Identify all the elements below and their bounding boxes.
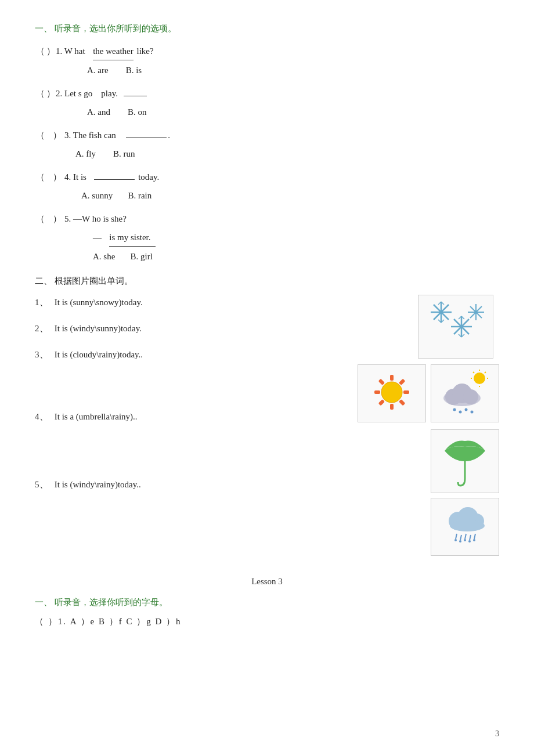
svg-point-58	[473, 539, 475, 541]
q4-num: 4. It is	[62, 168, 91, 186]
question-3: （ ） 3. The fish can . A. fly B. run	[35, 126, 499, 162]
q2-options: A. and B. on	[87, 103, 499, 121]
cloud-rain-icon	[436, 368, 494, 419]
q5-num: 5. —W ho is she?	[62, 210, 127, 227]
svg-point-39	[463, 389, 478, 404]
q2-underline	[124, 96, 147, 96]
q3-optA: A. fly	[75, 149, 96, 158]
item2-text: It is (windy\sunny)today.	[55, 324, 142, 333]
q5-optB: B. girl	[131, 252, 153, 261]
svg-line-51	[465, 534, 466, 539]
q5-sub-underline: is my sister.	[109, 229, 156, 247]
q3-num: 3. The fish can	[62, 126, 122, 144]
svg-point-42	[465, 408, 468, 411]
sun-image	[358, 364, 426, 422]
q1-underline: the weather	[93, 42, 134, 60]
q3-dot: .	[168, 126, 170, 144]
q2-num: 2. Let s go play.	[56, 85, 120, 102]
item4-text: It is a (umbrella\rainy)..	[55, 412, 138, 421]
svg-point-55	[459, 540, 461, 542]
q4-bracket: （	[35, 168, 45, 186]
question-5: （ ） 5. —W ho is she? — is my sister. A. …	[35, 210, 499, 265]
section2-item1: 1、 It is (sunny\snowy)today.	[35, 295, 348, 310]
umbrella-row	[431, 432, 499, 493]
q1-rest: like?	[135, 42, 154, 60]
item2-num: 2、	[35, 324, 48, 333]
q2-bracket-close: ）	[45, 85, 56, 102]
section2-item3: 3、 It is (cloudy\rainy)today..	[35, 347, 348, 363]
item1-num: 1、	[35, 298, 48, 307]
rain-cloud-icon	[436, 501, 494, 552]
q4-options: A. sunny B. rain	[81, 187, 499, 204]
q4-underline	[94, 179, 135, 180]
sun-icon	[363, 368, 421, 419]
section2: 二、 根据图片圈出单词。 1、 It is (sunny\snowy)today…	[35, 276, 499, 559]
q5-options: A. she B. girl	[93, 248, 499, 265]
svg-line-53	[474, 534, 475, 539]
question-4: （ ） 4. It is today. A. sunny B. rain	[35, 168, 499, 204]
svg-rect-27	[378, 379, 385, 385]
q5-optA: A. she	[93, 252, 115, 261]
svg-point-29	[474, 372, 485, 384]
section3: 一、 听录音，选择你听到的字母。 （ ）1. A ）e B ）f C ）g D …	[35, 597, 499, 627]
svg-rect-26	[378, 399, 385, 406]
item5-text: It is (windy\rainy)today..	[55, 480, 141, 489]
page-number: 3	[495, 729, 499, 739]
lesson3-divider: Lesson 3	[35, 577, 499, 587]
section2-item5: 5、 It is (windy\rainy)today..	[35, 477, 348, 493]
section2-title: 二、 根据图片圈出单词。	[35, 276, 499, 287]
q3-optB: B. run	[113, 149, 135, 158]
item5-num: 5、	[35, 480, 48, 489]
svg-point-43	[471, 411, 474, 414]
svg-point-40	[453, 408, 456, 411]
svg-rect-28	[399, 399, 405, 406]
svg-point-48	[450, 520, 485, 531]
q5-bracket-close: ）	[52, 210, 62, 227]
svg-line-50	[460, 535, 461, 540]
q2-bracket: （	[35, 85, 45, 102]
section2-item2: 2、 It is (windy\sunny)today.	[35, 321, 348, 337]
q1-bracket: （	[35, 42, 45, 60]
item3-num: 3、	[35, 350, 48, 359]
section3-question: （ ）1. A ）e B ）f C ）g D ）h	[35, 616, 499, 627]
q4-optA: A. sunny	[81, 191, 113, 200]
svg-line-35	[485, 372, 486, 373]
section2-left: 1、 It is (sunny\snowy)today. 2、 It is (w…	[35, 295, 348, 503]
svg-line-49	[456, 534, 457, 539]
item3-text: It is (cloudy\rainy)today..	[55, 350, 143, 359]
section2-item4: 4、 It is a (umbrella\rainy)..	[35, 409, 348, 425]
svg-line-34	[473, 372, 474, 373]
cloud-rain-image	[431, 364, 499, 422]
section3-title: 一、 听录音，选择你听到的字母。	[35, 597, 499, 608]
q3-options: A. fly B. run	[75, 145, 499, 162]
q3-underline	[126, 138, 167, 138]
umbrella-image	[431, 429, 499, 493]
q5-dash: —	[93, 233, 106, 243]
umbrella-icon	[436, 432, 494, 490]
svg-rect-22	[390, 404, 394, 410]
svg-point-56	[464, 539, 466, 541]
item4-num: 4、	[35, 412, 48, 421]
q3-bracket: （	[35, 126, 45, 144]
q1-num: 1. W hat	[56, 42, 89, 60]
question-1: （ ） 1. W hat the weather like? A. are B.…	[35, 42, 499, 79]
q1-optB: B. is	[126, 66, 142, 75]
svg-point-57	[468, 540, 471, 542]
section2-content: 1、 It is (sunny\snowy)today. 2、 It is (w…	[35, 295, 499, 559]
svg-point-41	[459, 411, 462, 414]
svg-point-54	[454, 539, 457, 541]
q1-optA: A. are	[87, 66, 109, 75]
snowflake-icon	[424, 301, 488, 353]
q1-bracket-close: ）	[45, 42, 56, 60]
section2-images	[348, 295, 499, 559]
q2-optA: A. and	[87, 107, 110, 117]
q4-rest: today.	[136, 168, 159, 186]
snow-image	[418, 295, 493, 359]
q1-options: A. are B. is	[87, 62, 499, 79]
svg-point-20	[381, 382, 402, 403]
svg-rect-24	[403, 390, 409, 394]
q5-sub: — is my sister.	[93, 229, 499, 247]
section1-title: 一、 听录音，选出你所听到的选项。	[35, 23, 499, 34]
rain-cloud-row	[431, 498, 499, 556]
question-2: （ ） 2. Let s go play. A. and B. on	[35, 85, 499, 121]
